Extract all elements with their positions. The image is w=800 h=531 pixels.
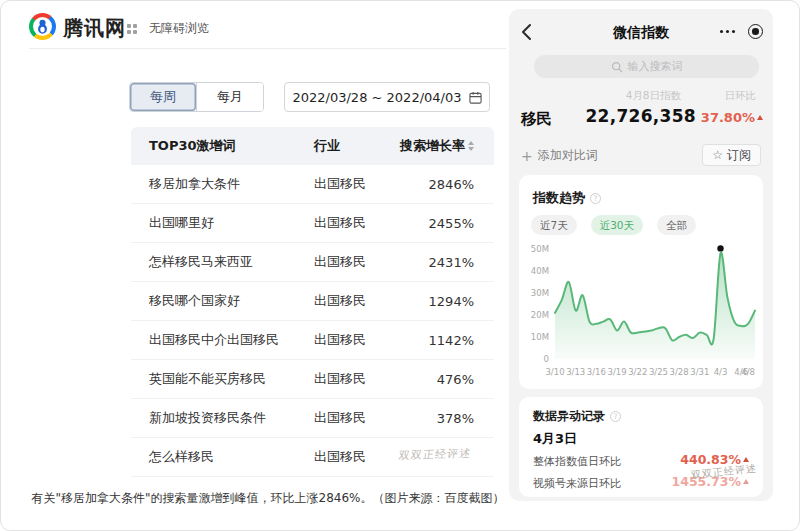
y-axis-tick-label: 50M bbox=[531, 244, 549, 254]
y-axis-tick-label: 0 bbox=[544, 354, 549, 364]
y-axis-tick-label: 10M bbox=[531, 332, 549, 342]
keyword-cell: 移居加拿大条件 bbox=[131, 175, 314, 193]
mini-program-capsule bbox=[720, 24, 764, 39]
growth-cell: 2455% bbox=[388, 216, 494, 231]
industry-cell: 出国移民 bbox=[314, 448, 388, 466]
tencent-logo[interactable] bbox=[29, 13, 56, 40]
trend-tab[interactable]: 近30天 bbox=[591, 215, 643, 235]
trend-tab[interactable]: 近7天 bbox=[531, 215, 577, 235]
period-tab[interactable]: 每月 bbox=[196, 83, 263, 111]
trend-card-title: 指数趋势 ? bbox=[533, 189, 601, 207]
growth-cell: 2431% bbox=[388, 255, 494, 270]
index-date-label: 4月8日指数 bbox=[626, 89, 681, 103]
anomaly-date: 4月3日 bbox=[533, 430, 577, 448]
industry-cell: 出国移民 bbox=[314, 214, 388, 232]
keyword-cell: 新加坡投资移民条件 bbox=[131, 409, 314, 427]
x-axis-tick-label: 3/31 bbox=[690, 367, 709, 377]
subscribe-button[interactable]: ☆ 订阅 bbox=[702, 144, 761, 166]
y-axis-tick-label: 40M bbox=[531, 266, 549, 276]
keyword-cell: 移民哪个国家好 bbox=[131, 292, 314, 310]
growth-cell: 1294% bbox=[388, 294, 494, 309]
anomaly-card-title: 数据异动记录 ? bbox=[533, 408, 621, 425]
add-compare-button[interactable]: + 添加对比词 bbox=[521, 147, 598, 164]
x-axis-tick-label: 3/13 bbox=[566, 367, 585, 377]
x-axis-tick-label: 3/28 bbox=[670, 367, 689, 377]
trend-range-tabs: 近7天近30天全部 bbox=[531, 215, 696, 235]
meta-row: 4月8日指数 日环比 bbox=[509, 89, 773, 103]
search-input[interactable]: 输入搜索词 bbox=[534, 55, 759, 78]
keyword-row[interactable]: 移民 22,726,358 37.80% bbox=[521, 106, 763, 132]
x-axis-tick-label: 3/16 bbox=[587, 367, 606, 377]
x-axis-tick-label: 4/8 bbox=[741, 367, 755, 377]
keyword-cell: 出国移民中介出国移民 bbox=[131, 331, 314, 349]
site-title[interactable]: 腾讯网 bbox=[63, 15, 126, 42]
up-triangle-icon bbox=[743, 479, 749, 484]
table-row[interactable]: 出国移民中介出国移民出国移民1142% bbox=[131, 321, 494, 360]
search-placeholder: 输入搜索词 bbox=[628, 59, 683, 74]
keyword-cell: 怎么样移民 bbox=[131, 448, 314, 466]
info-icon[interactable]: ? bbox=[590, 193, 601, 204]
keyword-cell: 怎样移民马来西亚 bbox=[131, 253, 314, 271]
column-header-keyword[interactable]: TOP30激增词 bbox=[131, 137, 314, 155]
peak-marker-dot bbox=[717, 245, 723, 251]
industry-cell: 出国移民 bbox=[314, 253, 388, 271]
table-row[interactable]: 移居加拿大条件出国移民2846% bbox=[131, 165, 494, 204]
plus-icon: + bbox=[521, 149, 533, 163]
up-triangle-icon bbox=[757, 115, 763, 120]
trend-tab[interactable]: 全部 bbox=[657, 215, 696, 235]
sort-icon[interactable] bbox=[468, 141, 474, 151]
keyword-cell: 出国哪里好 bbox=[131, 214, 314, 232]
anomaly-label: 视频号来源日环比 bbox=[533, 476, 621, 491]
period-tab[interactable]: 每周 bbox=[130, 83, 196, 111]
x-axis-tick-label: 4/3 bbox=[714, 367, 728, 377]
keyword-cell: 英国能不能买房移民 bbox=[131, 370, 314, 388]
column-header-industry[interactable]: 行业 bbox=[314, 137, 388, 155]
growth-cell: 378% bbox=[388, 411, 494, 426]
action-row: + 添加对比词 ☆ 订阅 bbox=[521, 144, 761, 168]
industry-cell: 出国移民 bbox=[314, 292, 388, 310]
x-axis-tick-label: 3/22 bbox=[628, 367, 647, 377]
info-icon[interactable]: ? bbox=[610, 411, 621, 422]
grid-menu-icon[interactable] bbox=[127, 24, 137, 34]
dod-label: 日环比 bbox=[725, 89, 757, 103]
surge-words-table: TOP30激增词 行业 搜索增长率 移居加拿大条件出国移民2846%出国哪里好出… bbox=[131, 127, 494, 477]
table-row[interactable]: 英国能不能买房移民出国移民476% bbox=[131, 360, 494, 399]
header-divider bbox=[29, 48, 506, 49]
period-tab-group: 每周每月 bbox=[129, 82, 264, 112]
keyword-label: 移民 bbox=[521, 109, 552, 130]
table-row[interactable]: 怎样移民马来西亚出国移民2431% bbox=[131, 243, 494, 282]
trend-chart[interactable]: 50M40M30M20M10M03/103/133/163/193/223/25… bbox=[521, 237, 761, 385]
y-axis-tick-label: 20M bbox=[531, 310, 549, 320]
table-row[interactable]: 新加坡投资移民条件出国移民378% bbox=[131, 399, 494, 438]
x-axis-tick-label: 3/25 bbox=[649, 367, 668, 377]
growth-header-label: 搜索增长率 bbox=[400, 137, 465, 155]
date-range-value: 2022/03/28 ~ 2022/04/03 bbox=[292, 90, 461, 105]
mini-program-header: 微信指数 bbox=[509, 21, 773, 43]
industry-cell: 出国移民 bbox=[314, 175, 388, 193]
up-triangle-icon bbox=[743, 457, 749, 462]
industry-cell: 出国移民 bbox=[314, 331, 388, 349]
table-row[interactable]: 移民哪个国家好出国移民1294% bbox=[131, 282, 494, 321]
anomaly-label: 整体指数值日环比 bbox=[533, 454, 621, 469]
more-options-icon[interactable] bbox=[720, 30, 736, 34]
accessibility-link[interactable]: 无障碍浏览 bbox=[149, 20, 209, 37]
index-value: 22,726,358 bbox=[585, 106, 696, 126]
x-axis-tick-label: 3/10 bbox=[545, 367, 564, 377]
table-row[interactable]: 出国哪里好出国移民2455% bbox=[131, 204, 494, 243]
date-range-picker[interactable]: 2022/03/28 ~ 2022/04/03 bbox=[284, 82, 490, 112]
wechat-index-panel: 微信指数 输入搜索词 4月8日指数 日环比 移民 22,726,358 37.8… bbox=[509, 9, 773, 501]
star-icon: ☆ bbox=[712, 148, 723, 162]
table-header-row: TOP30激增词 行业 搜索增长率 bbox=[131, 127, 494, 165]
table-body: 移居加拿大条件出国移民2846%出国哪里好出国移民2455%怎样移民马来西亚出国… bbox=[131, 165, 494, 477]
column-header-growth[interactable]: 搜索增长率 bbox=[388, 137, 494, 155]
x-axis-tick-label: 3/19 bbox=[608, 367, 627, 377]
y-axis-tick-label: 30M bbox=[531, 288, 549, 298]
calendar-icon bbox=[469, 91, 482, 104]
growth-cell: 1142% bbox=[388, 333, 494, 348]
growth-cell: 476% bbox=[388, 372, 494, 387]
index-change: 37.80% bbox=[701, 110, 763, 125]
growth-cell: 2846% bbox=[388, 177, 494, 192]
close-capsule-icon[interactable] bbox=[748, 24, 763, 39]
search-icon bbox=[611, 61, 623, 73]
industry-cell: 出国移民 bbox=[314, 370, 388, 388]
